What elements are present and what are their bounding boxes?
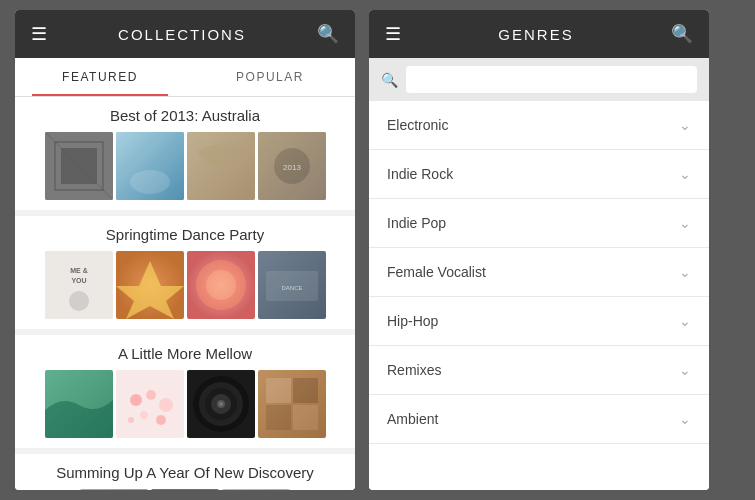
genre-item-remixes[interactable]: Remixes ⌄: [369, 346, 709, 395]
svg-rect-37: [266, 378, 291, 403]
collection-title: Best of 2013: Australia: [27, 107, 343, 124]
svg-point-26: [140, 411, 148, 419]
genres-panel: ☰ GENRES 🔍 🔍 Electronic ⌄ Indie Rock ⌄ I…: [369, 10, 709, 490]
svg-text:DANCE: DANCE: [281, 285, 302, 291]
album-thumb: [80, 489, 148, 490]
chevron-down-icon: ⌄: [679, 215, 691, 231]
search-bar: 🔍: [369, 58, 709, 101]
svg-point-28: [128, 417, 134, 423]
search-icon[interactable]: 🔍: [317, 23, 339, 45]
genre-item-hip-hop[interactable]: Hip-Hop ⌄: [369, 297, 709, 346]
chevron-down-icon: ⌄: [679, 117, 691, 133]
genre-item-indie-pop[interactable]: Indie Pop ⌄: [369, 199, 709, 248]
chevron-down-icon: ⌄: [679, 166, 691, 182]
svg-point-24: [146, 390, 156, 400]
album-thumb: 2013: [258, 132, 326, 200]
album-thumb: ME & YOU: [45, 251, 113, 319]
genre-item-ambient[interactable]: Ambient ⌄: [369, 395, 709, 444]
svg-text:ME &: ME &: [70, 267, 88, 274]
chevron-down-icon: ⌄: [679, 362, 691, 378]
album-thumb: [45, 132, 113, 200]
svg-point-17: [206, 270, 236, 300]
chevron-down-icon: ⌄: [679, 313, 691, 329]
svg-text:2013: 2013: [283, 163, 301, 172]
tab-featured[interactable]: FEATURED: [15, 58, 185, 96]
svg-point-5: [130, 170, 170, 194]
genres-list: Electronic ⌄ Indie Rock ⌄ Indie Pop ⌄ Fe…: [369, 101, 709, 490]
svg-rect-43: [151, 489, 219, 490]
svg-rect-38: [293, 378, 318, 403]
svg-rect-44: [222, 489, 290, 490]
album-thumb: [116, 132, 184, 200]
album-thumb: NEW: [222, 489, 290, 490]
collections-list: Best of 2013: Australia: [15, 97, 355, 490]
hamburger-icon[interactable]: ☰: [385, 23, 401, 45]
search-icon[interactable]: 🔍: [671, 23, 693, 45]
hamburger-icon[interactable]: ☰: [31, 23, 47, 45]
svg-point-25: [159, 398, 173, 412]
svg-rect-22: [116, 370, 184, 438]
genre-item-female-vocalist[interactable]: Female Vocalist ⌄: [369, 248, 709, 297]
collection-title: Springtime Dance Party: [27, 226, 343, 243]
collections-header: ☰ COLLECTIONS 🔍: [15, 10, 355, 58]
search-left-icon: 🔍: [381, 72, 398, 88]
album-thumb: DANCE: [258, 251, 326, 319]
svg-rect-39: [266, 405, 291, 430]
genres-title: GENRES: [401, 26, 671, 43]
album-thumb: [116, 251, 184, 319]
album-thumb: [187, 370, 255, 438]
collections-title: COLLECTIONS: [47, 26, 317, 43]
svg-text:YOU: YOU: [71, 277, 86, 284]
tab-popular[interactable]: POPULAR: [185, 58, 355, 96]
collection-item[interactable]: Springtime Dance Party ME & YOU: [15, 216, 355, 329]
album-thumb: [187, 251, 255, 319]
album-thumb: [258, 370, 326, 438]
svg-rect-40: [293, 405, 318, 430]
genre-item-electronic[interactable]: Electronic ⌄: [369, 101, 709, 150]
svg-point-35: [219, 402, 223, 406]
genre-item-indie-rock[interactable]: Indie Rock ⌄: [369, 150, 709, 199]
collection-item[interactable]: Best of 2013: Australia: [15, 97, 355, 210]
collections-panel: ☰ COLLECTIONS 🔍 FEATURED POPULAR Best of…: [15, 10, 355, 490]
app-container: ☰ COLLECTIONS 🔍 FEATURED POPULAR Best of…: [15, 10, 740, 490]
genres-header: ☰ GENRES 🔍: [369, 10, 709, 58]
svg-point-13: [69, 291, 89, 311]
album-thumb: [116, 370, 184, 438]
album-thumb: [187, 132, 255, 200]
collection-title: A Little More Mellow: [27, 345, 343, 362]
album-thumb: [45, 370, 113, 438]
search-input[interactable]: [406, 66, 697, 93]
svg-point-27: [156, 415, 166, 425]
album-grid: [27, 370, 343, 438]
chevron-down-icon: ⌄: [679, 264, 691, 280]
album-grid: 2013: [27, 132, 343, 200]
svg-point-23: [130, 394, 142, 406]
album-thumb: [151, 489, 219, 490]
collection-item[interactable]: A Little More Mellow: [15, 335, 355, 448]
chevron-down-icon: ⌄: [679, 411, 691, 427]
collection-title: Summing Up A Year Of New Discovery: [27, 464, 343, 481]
svg-rect-41: [80, 489, 148, 490]
collection-item[interactable]: Summing Up A Year Of New Discovery: [15, 454, 355, 490]
album-grid: ME & YOU: [27, 251, 343, 319]
album-grid: NEW: [27, 489, 343, 490]
tabs-bar: FEATURED POPULAR: [15, 58, 355, 97]
